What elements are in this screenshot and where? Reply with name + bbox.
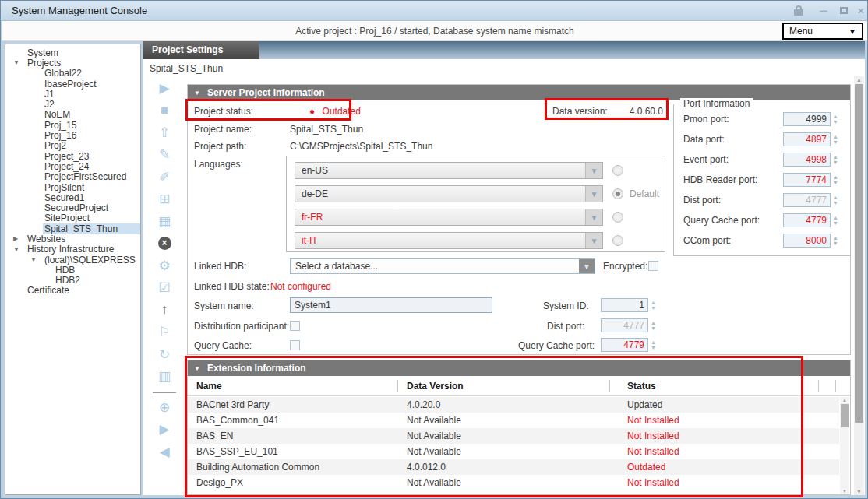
tree-item-projectfirstsecured[interactable]: ProjectFirstSecured <box>5 172 140 182</box>
default-language-radio-de-de[interactable] <box>612 188 623 199</box>
tree-expander-icon[interactable]: ▼ <box>29 256 43 263</box>
default-language-radio-it-it[interactable] <box>612 235 623 246</box>
port-spinner[interactable]: ▲▼ <box>832 173 839 187</box>
minimize-button[interactable]: ─ <box>817 5 830 16</box>
scrollbar-thumb[interactable] <box>841 404 849 427</box>
tree-item-ibaseproject[interactable]: IbaseProject <box>5 79 140 89</box>
close-button[interactable]: × <box>855 5 867 16</box>
tab-project-settings[interactable]: Project Settings <box>143 41 259 59</box>
query-cache-checkbox[interactable] <box>290 340 300 350</box>
port-input-dist-port-[interactable]: 4777 <box>783 193 831 207</box>
port-input-event-port-[interactable]: 4998 <box>783 153 831 167</box>
port-spinner[interactable]: ▲▼ <box>832 213 839 227</box>
language-dropdown-en-us[interactable]: en-US▼ <box>295 162 603 179</box>
language-dropdown-fr-fr[interactable]: fr-FR▼ <box>295 209 603 226</box>
system-name-input[interactable]: System1 <box>290 297 492 313</box>
tree-expander-icon[interactable]: ▼ <box>12 246 26 253</box>
port-input-pmon-port-[interactable]: 4999 <box>783 112 831 126</box>
dist-port-spinner[interactable]: ▲▼ <box>650 318 657 332</box>
edit-project-icon[interactable]: ✎ <box>149 144 180 167</box>
content-scrollbar[interactable]: ▲ ▼ <box>854 76 864 495</box>
tree-item-global22[interactable]: Global22 <box>5 69 140 79</box>
chevron-down-icon[interactable]: ▼ <box>585 233 602 248</box>
tree-item-siteproject[interactable]: SiteProject <box>5 213 140 223</box>
query-cache-port-input[interactable]: 4779 <box>601 338 648 352</box>
tree-expander-icon[interactable]: ▶ <box>12 235 26 242</box>
collapse-icon[interactable]: ▼ <box>194 365 200 372</box>
port-spinner[interactable]: ▲▼ <box>832 112 839 126</box>
tree-item-hdb[interactable]: HDB <box>5 265 140 275</box>
distribution-participant-checkbox[interactable] <box>290 321 300 331</box>
port-input-hdb-reader-port-[interactable]: 7774 <box>783 173 831 187</box>
scroll-down-icon[interactable]: ▼ <box>840 489 849 494</box>
default-language-radio-fr-fr[interactable] <box>612 212 623 223</box>
tree-item-noem[interactable]: NoEM <box>5 110 140 120</box>
tree-item-proj-16[interactable]: Proj_16 <box>5 130 140 140</box>
tree-expander-icon[interactable]: ▼ <box>12 59 26 66</box>
port-spinner[interactable]: ▲▼ <box>832 193 839 207</box>
save-icon[interactable]: ▦ <box>149 210 180 233</box>
tree-item-j2[interactable]: J2 <box>5 99 140 109</box>
extension-row-bacnet-3rd-party[interactable]: BACnet 3rd Party4.0.20.0Updated <box>188 397 839 413</box>
port-spinner[interactable]: ▲▼ <box>832 153 839 167</box>
tree-item-websites[interactable]: ▶Websites <box>5 234 140 244</box>
tree-item-proj2[interactable]: Proj2 <box>5 141 140 151</box>
cancel-icon[interactable]: × <box>149 233 180 255</box>
disable-alarms-icon[interactable]: ⚐ <box>149 322 180 344</box>
scroll-up-icon[interactable]: ▲ <box>840 398 849 402</box>
tree-item-securedproject[interactable]: SecuredProject <box>5 202 140 213</box>
extension-row-bas-en[interactable]: BAS_ENNot AvailableNot Installed <box>188 428 839 444</box>
scroll-up-icon[interactable]: ▲ <box>854 77 864 83</box>
tree-item-certificate[interactable]: Certificate <box>5 286 140 296</box>
extension-row-bas-common-041[interactable]: BAS_Common_041Not AvailableNot Installed <box>188 413 839 428</box>
add-icon[interactable]: ⊕ <box>149 396 180 419</box>
language-dropdown-it-it[interactable]: it-IT▼ <box>295 232 603 249</box>
user-settings-icon[interactable]: ⚙ <box>149 255 180 277</box>
dist-port-input[interactable]: 4777 <box>601 318 648 332</box>
tree-item-projects[interactable]: ▼Projects <box>5 58 140 68</box>
chevron-down-icon[interactable]: ▼ <box>585 163 602 178</box>
extension-table-scrollbar[interactable]: ▲ ▼ <box>840 397 849 494</box>
collapse-left-icon[interactable]: ◀ <box>149 441 180 463</box>
tree-item-system[interactable]: System <box>5 47 140 58</box>
query-cache-port-spinner[interactable]: ▲▼ <box>650 338 657 352</box>
tree-item-j1[interactable]: J1 <box>5 89 140 99</box>
refresh-disabled-icon[interactable]: ↻ <box>149 343 180 366</box>
tree-item-history-infrastructure[interactable]: ▼History Infrastructure <box>5 244 140 255</box>
menu-dropdown[interactable]: Menu ▼ <box>782 23 863 40</box>
extension-section-header[interactable]: ▼ Extension Information <box>188 360 850 376</box>
scrollbar-thumb[interactable] <box>855 84 863 423</box>
tree-item-proj-15[interactable]: Proj_15 <box>5 120 140 130</box>
upgrade-project-icon[interactable]: ↑ <box>149 299 180 322</box>
port-spinner[interactable]: ▲▼ <box>832 234 839 248</box>
edit-distribution-icon[interactable]: ⊞ <box>149 188 180 211</box>
chevron-down-icon[interactable]: ▼ <box>579 259 595 273</box>
scroll-down-icon[interactable]: ▼ <box>854 489 864 494</box>
tree-item-hdb2[interactable]: HDB2 <box>5 276 140 286</box>
extension-row-bas-ssp-eu-101[interactable]: BAS_SSP_EU_101Not AvailableNot Installed <box>188 444 839 459</box>
collapse-icon[interactable]: ▼ <box>194 90 200 97</box>
stop-project-icon[interactable]: ■ <box>149 100 180 122</box>
tree-item-spital-sts-thun[interactable]: Spital_STS_Thun <box>5 223 140 234</box>
chevron-down-icon[interactable]: ▼ <box>585 186 602 202</box>
tree-item--local-sqlexpress[interactable]: ▼(local)\SQLEXPRESS <box>5 255 140 265</box>
port-input-query-cache-port-[interactable]: 4779 <box>783 213 831 227</box>
extension-row-desigo-px[interactable]: Desigo_PXNot AvailableNot Installed <box>188 475 839 490</box>
expand-right-icon[interactable]: ▶ <box>149 419 180 441</box>
linked-hdb-dropdown[interactable]: Select a database... ▼ <box>290 258 595 274</box>
tree-item-secured1[interactable]: Secured1 <box>5 192 140 202</box>
port-input-data-port-[interactable]: 4897 <box>783 132 831 146</box>
port-spinner[interactable]: ▲▼ <box>832 132 839 146</box>
extension-row-building-automation-common[interactable]: Building Automation Common4.0.012.0Outda… <box>188 459 839 475</box>
encrypted-checkbox[interactable] <box>648 261 658 271</box>
database-icon[interactable]: ▥ <box>149 366 180 388</box>
system-id-input[interactable]: 1 <box>601 298 648 312</box>
system-id-spinner[interactable]: ▲▼ <box>650 298 657 312</box>
validate-distribution-icon[interactable]: ☑ <box>149 277 180 300</box>
default-language-radio-en-us[interactable] <box>612 165 623 176</box>
language-dropdown-de-de[interactable]: de-DE▼ <box>295 185 603 202</box>
tree-item-project-23[interactable]: Project_23 <box>5 151 140 161</box>
edit-station-icon[interactable]: ✐ <box>149 166 180 188</box>
tree-item-projsilent[interactable]: ProjSilent <box>5 182 140 192</box>
tree-item-project-24[interactable]: Project_24 <box>5 161 140 171</box>
